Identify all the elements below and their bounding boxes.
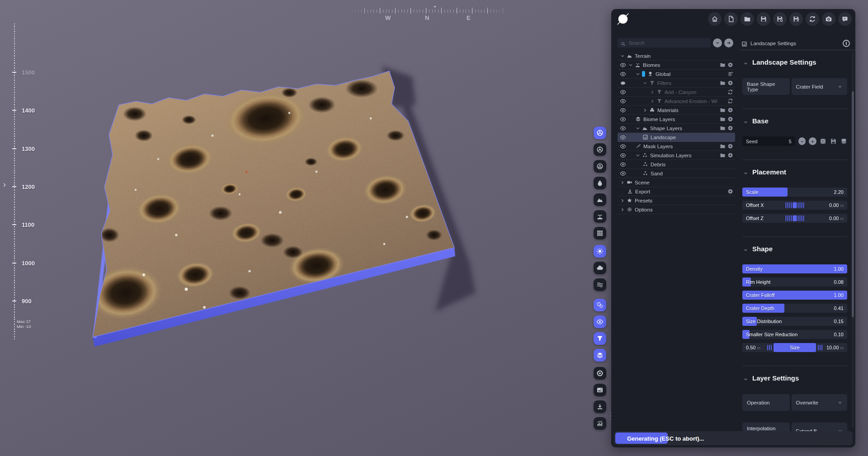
tree-item-global[interactable]: Global xyxy=(618,70,735,79)
add-icon[interactable] xyxy=(727,107,733,113)
eye-icon[interactable] xyxy=(620,89,626,95)
screenshot-button[interactable] xyxy=(822,12,835,26)
tree-item-options[interactable]: Options xyxy=(618,205,735,214)
add-icon[interactable] xyxy=(727,80,733,86)
range-fill[interactable]: Size xyxy=(774,343,816,352)
save-button[interactable] xyxy=(757,12,770,26)
lighting-toggle-button[interactable] xyxy=(594,245,606,258)
help-button[interactable]: ? xyxy=(838,12,852,26)
scrollbar-thumb[interactable] xyxy=(852,91,854,317)
tree-item-presets[interactable]: Presets xyxy=(618,196,735,205)
nav-orbit-center-button[interactable] xyxy=(594,160,606,173)
chev-down-icon[interactable] xyxy=(620,53,625,59)
density-slider[interactable]: Density1.00 xyxy=(742,264,847,273)
tree-item-filters[interactable]: Filters xyxy=(618,79,735,88)
eye-icon[interactable] xyxy=(620,170,626,177)
nav-orbit-button[interactable] xyxy=(594,127,606,139)
chev-down-icon[interactable] xyxy=(642,80,648,86)
tree-item-sand[interactable]: Sand xyxy=(618,169,735,178)
eye-icon[interactable] xyxy=(620,98,626,104)
eye-icon[interactable] xyxy=(620,71,626,77)
eye-icon[interactable] xyxy=(620,143,626,150)
find-next-button[interactable] xyxy=(724,38,733,47)
eye-icon[interactable] xyxy=(620,134,626,141)
eye-icon[interactable] xyxy=(620,161,626,168)
section-heading-placement[interactable]: Placement xyxy=(743,167,847,176)
folder-icon[interactable] xyxy=(720,116,726,122)
chev-right-icon[interactable] xyxy=(650,89,655,95)
panel-options-button[interactable] xyxy=(842,39,851,48)
export-image-button[interactable] xyxy=(594,400,606,413)
add-icon[interactable] xyxy=(727,116,733,122)
add-icon[interactable] xyxy=(727,188,733,194)
eye-off-icon[interactable] xyxy=(620,80,626,86)
new-file-button[interactable] xyxy=(724,12,738,26)
reload-button[interactable] xyxy=(806,12,819,26)
ocean-toggle-button[interactable] xyxy=(594,278,606,291)
chev-down-icon[interactable] xyxy=(635,71,641,77)
color-swatch[interactable] xyxy=(642,71,645,77)
compass[interactable]: W N E xyxy=(349,3,510,21)
scale-slider[interactable]: Scale2.20 xyxy=(742,188,847,197)
search-box[interactable] xyxy=(618,38,711,47)
crater-falloff-slider[interactable]: Crater Falloff1.00 xyxy=(742,291,847,300)
clouds-toggle-button[interactable] xyxy=(594,262,606,274)
auto-generate-toggle-button[interactable] xyxy=(594,299,606,311)
eye-icon[interactable] xyxy=(620,152,626,159)
crater-depth-slider[interactable]: Crater Depth0.41 xyxy=(742,304,847,313)
tree-item-materials[interactable]: Materials xyxy=(618,106,735,115)
left-panel-expander[interactable]: › xyxy=(3,180,6,189)
size-distribution-slider[interactable]: Size Distribution0.15 xyxy=(742,317,847,326)
chev-down-icon[interactable] xyxy=(635,153,641,158)
tree-item-arid-canyon[interactable]: Arid - Canyon xyxy=(618,88,735,97)
eye-icon[interactable] xyxy=(620,107,626,113)
tree-item-mask-layers[interactable]: Mask Layers xyxy=(618,142,735,151)
db-icon[interactable] xyxy=(840,138,847,145)
chev-right-icon[interactable] xyxy=(620,198,625,203)
seed-input[interactable]: Seed5 xyxy=(742,136,795,146)
add-icon[interactable] xyxy=(727,125,733,131)
section-heading-landscape-settings[interactable]: Landscape Settings xyxy=(743,57,847,66)
app-logo-icon[interactable] xyxy=(616,12,630,26)
record-button[interactable] xyxy=(594,367,606,380)
terrain-toggle-button[interactable] xyxy=(594,193,606,206)
tree-item-advanced-erosion-wi[interactable]: Advanced Erosion - Wi xyxy=(618,97,735,106)
chev-right-icon[interactable] xyxy=(650,99,655,104)
add-icon[interactable] xyxy=(727,62,733,68)
folder-icon[interactable] xyxy=(720,152,726,158)
filter-toggle-button[interactable] xyxy=(594,332,606,345)
home-button[interactable] xyxy=(708,12,722,26)
seed-decrement-button[interactable] xyxy=(798,137,806,145)
save-icon[interactable] xyxy=(830,138,837,145)
nav-orbit-free-button[interactable] xyxy=(594,143,606,156)
layers-add-icon[interactable] xyxy=(727,71,733,77)
base-shape-type-select[interactable]: Crater Field xyxy=(792,78,847,95)
folder-icon[interactable] xyxy=(720,143,726,149)
open-project-button[interactable] xyxy=(741,12,754,26)
dice-icon[interactable] xyxy=(820,138,826,145)
add-icon[interactable] xyxy=(727,152,733,158)
section-heading-layer-settings[interactable]: Layer Settings xyxy=(743,373,847,382)
size-range-slider[interactable]: 0.50mSize10.00m xyxy=(742,343,847,352)
seed-increment-button[interactable] xyxy=(809,137,816,145)
offset-z-drag-input[interactable]: Offset Z0.00m xyxy=(742,214,847,223)
folder-icon[interactable] xyxy=(720,125,726,131)
tree-item-debris[interactable]: Debris xyxy=(618,160,735,169)
tree-item-biomes[interactable]: Biomes xyxy=(618,61,735,70)
tree-item-simulation-layers[interactable]: Simulation Layers xyxy=(618,151,735,160)
section-heading-shape[interactable]: Shape xyxy=(743,244,847,253)
search-input[interactable] xyxy=(628,40,708,46)
tree-item-scene[interactable]: Scene xyxy=(618,178,735,187)
settings-scrollbar[interactable] xyxy=(852,52,854,428)
section-heading-base[interactable]: Base xyxy=(743,116,847,125)
tree-item-biome-layers[interactable]: Biome Layers xyxy=(618,115,735,124)
refresh-icon[interactable] xyxy=(727,98,733,104)
chev-right-icon[interactable] xyxy=(642,108,648,113)
folder-icon[interactable] xyxy=(720,80,726,86)
grid-toggle-button[interactable] xyxy=(594,227,606,240)
save-edit-button[interactable] xyxy=(789,12,803,26)
chev-right-icon[interactable] xyxy=(620,180,625,185)
operation-select[interactable]: Overwrite xyxy=(792,394,847,411)
layers-toggle-button[interactable] xyxy=(594,349,606,362)
stats-button[interactable] xyxy=(594,417,606,430)
